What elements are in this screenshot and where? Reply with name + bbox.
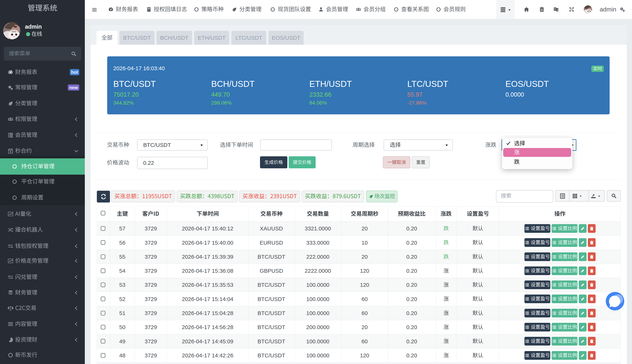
svg-text:文: 文 xyxy=(556,9,558,11)
svg-text:A: A xyxy=(554,8,556,10)
